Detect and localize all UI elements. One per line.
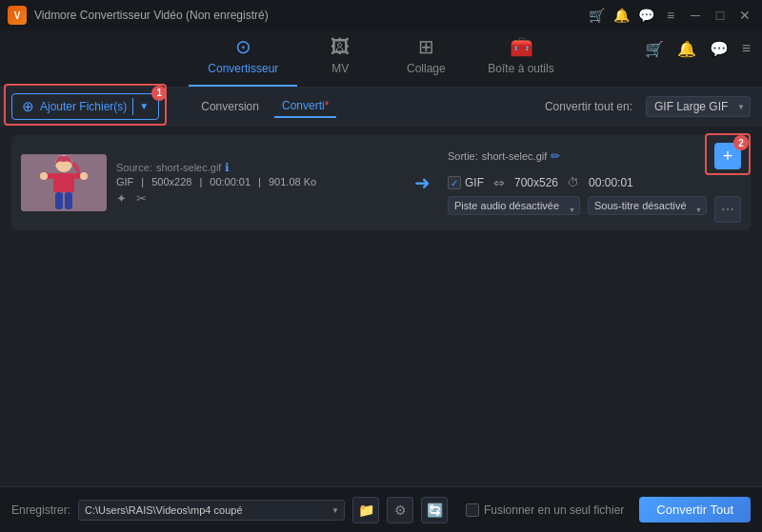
thumb-image [21,154,107,211]
source-name: short-selec.gif [156,162,221,173]
output-filename: short-selec.gif [482,150,547,162]
save-label: Enregistrer: [11,503,70,517]
bell-icon[interactable]: 🔔 [612,8,631,23]
add-file-badge: 1 [151,86,167,101]
tab-mv[interactable]: 🖼 MV [297,29,383,87]
cut-icon[interactable]: ✂ [136,191,147,206]
tab-collage[interactable]: ⊞ Collage [383,28,469,87]
convert-all-button[interactable]: Convertir Tout [639,497,751,522]
source-label: Source: [116,162,152,173]
file-item: Source: short-selec.gif ℹ GIF | 500x228 … [11,135,751,230]
save-path-wrapper: C:\Users\RAIS\Videos\mp4 coupé ▼ [78,500,345,521]
convertisseur-icon: ⊙ [235,35,251,58]
subtitle-select[interactable]: Sous-titre désactivé Sous-titre activé [588,196,707,215]
mv-icon: 🖼 [331,36,350,58]
file-size: 901.08 Ko [269,176,316,187]
info-icon[interactable]: ℹ [225,161,230,174]
bottom-bar: Enregistrer: C:\Users\RAIS\Videos\mp4 co… [0,486,762,532]
nav-menu-icon[interactable]: ≡ [742,40,751,58]
merge-check-box[interactable] [466,503,479,517]
output-dimensions: 700x526 [514,176,558,189]
output-settings-row: Piste audio désactivée Piste audio activ… [448,196,741,223]
tab-mv-label: MV [331,62,349,75]
enhance-icon[interactable]: ✦ [116,191,127,206]
audio-track-select[interactable]: Piste audio désactivée Piste audio activ… [448,196,580,215]
bottom-icons: 📁 ⚙ 🔄 [352,497,448,523]
file-format: GIF [116,176,133,187]
refresh-button[interactable]: 🔄 [421,497,448,523]
convert-to-select-wrapper: GIF Large GIF MP4 AVI MOV [646,96,751,117]
boite-icon: 🧰 [510,35,533,58]
edit-output-icon[interactable]: ✏ [551,149,560,163]
output-format-label: GIF [465,176,484,189]
cart-icon[interactable]: 🛒 [587,8,606,23]
file-dimensions: 500x228 [151,176,191,187]
toolbar: ⊕ Ajouter Fichier(s) ▼ 1 Conversion Conv… [0,88,762,126]
nav-bell-icon[interactable]: 🔔 [677,40,696,58]
tab-convertisseur[interactable]: ⊙ Convertisseur [189,28,297,87]
svg-point-5 [40,172,48,180]
file-actions: ✦ ✂ [116,191,397,206]
settings-icon: ⚙ [394,502,407,518]
add-file-label: Ajouter Fichier(s) [40,100,127,113]
file-meta: Source: short-selec.gif ℹ GIF | 500x228 … [116,161,397,206]
add-output-plus-icon: + [723,147,733,167]
format-check-box[interactable]: ✓ [448,176,461,189]
convert-arrow: ➜ [407,171,438,194]
maximize-icon[interactable]: □ [711,8,730,23]
add-file-dropdown-arrow[interactable]: ▼ [132,98,149,115]
convert-to-select[interactable]: GIF Large GIF MP4 AVI MOV [646,96,751,117]
refresh-icon: 🔄 [427,502,443,518]
settings-button[interactable]: ⚙ [387,497,413,523]
title-bar-icons: 🛒 🔔 💬 ≡ ─ □ ✕ [587,8,754,23]
output-duration: 00:00:01 [589,176,633,189]
file-thumbnail [21,154,107,211]
main-content: Source: short-selec.gif ℹ GIF | 500x228 … [0,126,762,486]
app-logo: V [8,6,27,25]
output-column: Sortie: short-selec.gif ✏ + 2 ✓ GIF [448,143,741,223]
output-label: Sortie: [448,150,478,162]
output-badge: 2 [733,135,749,150]
output-name-row: Sortie: short-selec.gif ✏ [448,149,560,163]
file-duration: 00:00:01 [210,176,251,187]
chat-icon[interactable]: 💬 [636,8,655,23]
svg-rect-2 [53,173,74,192]
format-checkbox[interactable]: ✓ GIF [448,176,484,189]
merge-checkbox[interactable]: Fusionner en un seul fichier [466,503,624,517]
more-icon: ⋯ [721,202,734,217]
output-more-button[interactable]: ⋯ [714,196,741,223]
convert-to-label: Convertir tout en: [545,100,632,113]
svg-rect-7 [55,192,63,209]
tab-convertisseur-label: Convertisseur [208,62,278,75]
tab-boite-label: Boîte à outils [488,62,553,75]
minimize-icon[interactable]: ─ [686,8,705,23]
file-sep1: | [141,176,144,187]
add-file-button[interactable]: ⊕ Ajouter Fichier(s) ▼ [11,93,159,120]
save-path-select[interactable]: C:\Users\RAIS\Videos\mp4 coupé [78,500,345,521]
folder-button[interactable]: 📁 [352,497,379,523]
file-source-row: Source: short-selec.gif ℹ [116,161,397,174]
nav-bar: 🛒 🔔 💬 ≡ ⊙ Convertisseur 🖼 MV ⊞ Collage 🧰… [0,30,762,88]
merge-label: Fusionner en un seul fichier [484,503,624,517]
app-title: Vidmore Convertisseur Vidéo (Non enregis… [34,9,587,22]
close-icon[interactable]: ✕ [735,8,754,23]
svg-point-6 [80,172,88,180]
output-header: Sortie: short-selec.gif ✏ + 2 [448,143,741,169]
size-icon: ⇔ [493,175,505,190]
nav-cart-icon[interactable]: 🛒 [645,40,664,58]
file-info-row: GIF | 500x228 | 00:00:01 | 901.08 Ko [116,176,397,187]
add-plus-icon: ⊕ [22,98,34,115]
output-format-row: ✓ GIF ⇔ 700x526 ⏱ 00:00:01 [448,175,741,190]
tab-conversion[interactable]: Conversion [193,96,267,117]
title-bar: V Vidmore Convertisseur Vidéo (Non enreg… [0,0,762,30]
folder-icon: 📁 [358,502,374,518]
file-sep2: | [199,176,202,187]
svg-rect-8 [65,192,72,209]
audio-track-wrapper: Piste audio désactivée Piste audio activ… [448,196,580,223]
time-icon: ⏱ [568,176,579,189]
subtitle-wrapper: Sous-titre désactivé Sous-titre activé [588,196,707,223]
tab-converti[interactable]: Converti* [274,95,336,118]
tab-boite[interactable]: 🧰 Boîte à outils [469,28,572,87]
nav-chat-icon[interactable]: 💬 [710,40,729,58]
menu-icon[interactable]: ≡ [661,8,680,23]
